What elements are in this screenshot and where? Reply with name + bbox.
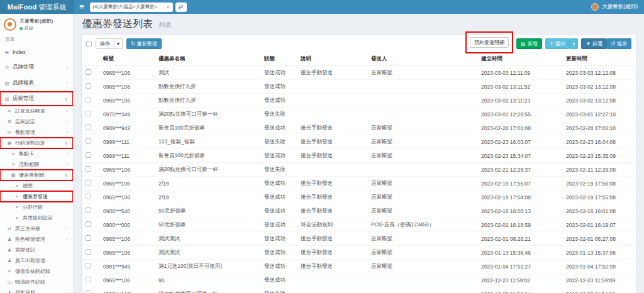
cell-note	[296, 163, 366, 177]
column-header-created-at: 建立時間	[476, 53, 561, 66]
sidebar-item-coupon-send[interactable]: ≡優惠券發送	[0, 191, 73, 202]
sidebar-item-orders-and-bills[interactable]: ≡訂單及結帳單‹	[0, 106, 73, 116]
sidebar-item-brand-reports[interactable]: ▤品牌報表‹	[0, 76, 73, 90]
cell-sender: 店家帳號	[366, 232, 476, 246]
row-checkbox[interactable]	[86, 207, 91, 213]
store-selector[interactable]: (4)大麥餐飲/八德店<大麥餐飲> ∨	[90, 3, 173, 12]
cell-updated-at: 2023-01-04 17:52:09	[561, 260, 636, 274]
table-row: 0999***111123_複製_複製發送失敗後台手動發送店家帳號2023-02…	[82, 135, 636, 149]
sidebar-item-index[interactable]: ⊞Index	[0, 46, 73, 58]
row-checkbox[interactable]	[86, 221, 91, 227]
list-icon: ≡	[14, 215, 20, 221]
page-title: 優惠券發送列表	[82, 18, 153, 29]
export-icon: ↥	[550, 41, 554, 47]
sidebar-item-store-management[interactable]: ▥店家管理∨	[0, 92, 73, 106]
row-checkbox[interactable]	[86, 290, 91, 293]
cell-note	[296, 108, 366, 121]
cell-account: 0965***106	[98, 191, 153, 204]
sidebar-item-segment-marketing[interactable]: ≡分群行銷	[0, 202, 73, 213]
row-checkbox[interactable]	[86, 180, 91, 185]
row-checkbox[interactable]	[86, 166, 91, 172]
sidebar-item-label: Index	[13, 49, 69, 55]
sidebar-item-logistics-records[interactable]: ▭物流收件紀錄	[0, 277, 73, 287]
row-checkbox[interactable]	[86, 111, 91, 116]
table-row: 0900***00050元折價券發送成功符合活動規則POS-店長（密碼12345…	[82, 218, 636, 232]
sidebar-item-third-party[interactable]: ⇄第三方串接‹	[0, 223, 73, 234]
row-checkbox[interactable]	[86, 277, 91, 282]
row-checkbox[interactable]	[86, 83, 91, 89]
scheduled-send-detail-button[interactable]: 預約發送明細	[470, 37, 509, 48]
action-button-group: 操作 ▾	[96, 38, 123, 49]
cell-status: 發送成功	[259, 232, 296, 246]
sidebar-item-label: 優惠券發送	[23, 193, 69, 200]
export-caret-button[interactable]: ▾	[569, 38, 578, 49]
cell-updated-at: 2023-02-23 15:35:09	[561, 149, 636, 163]
sidebar-toggle-icon[interactable]: ≡	[74, 0, 90, 14]
sidebar-item-label: 活動相關	[19, 161, 64, 168]
sidebar-item-overview[interactable]: ≡總覽	[0, 180, 73, 191]
cell-created-at: 2023-02-23 15:34:07	[476, 149, 561, 163]
reset-button[interactable]: ↺ 復原	[606, 38, 631, 49]
row-checkbox[interactable]	[86, 194, 91, 199]
cell-account: 0965***106	[98, 163, 153, 177]
sidebar-item-role-accounts[interactable]: ♟角色帳號管理‹	[0, 234, 73, 245]
cell-updated-at: 2023-02-01 08:27:08	[561, 232, 636, 246]
table-row: 0965***106點數兌換打九折發送成功2023-03-02 13:11:23…	[82, 94, 636, 108]
cell-sender	[366, 80, 476, 94]
chevron-left-icon: ‹	[66, 80, 68, 86]
user-menu[interactable]: 大麥餐飲(總部)	[591, 3, 644, 11]
row-checkbox[interactable]	[86, 138, 91, 144]
row-checkbox[interactable]	[86, 69, 91, 75]
sidebar-item-stored-value-records[interactable]: ≡儲值金核銷紀錄	[0, 266, 73, 277]
cell-sender: 店家帳號	[366, 149, 476, 163]
top-navbar: MaiFood 管理系統 ≡ (4)大麥餐飲/八德店<大麥餐飲> ∨ ⇄ 大麥餐…	[0, 0, 644, 14]
sidebar-item-points-card[interactable]: ≡集點卡‹	[0, 148, 73, 159]
cell-updated-at: 2023-02-19 17:55:08	[561, 191, 636, 204]
cell-account: 0965***106	[98, 287, 153, 293]
cell-sender: 店家帳號	[366, 177, 476, 191]
sidebar-item-staff-attendance[interactable]: ♟員工出勤管理	[0, 255, 73, 266]
row-checkbox[interactable]	[86, 235, 91, 241]
refresh-button[interactable]: ↻ 重新整理	[126, 38, 162, 49]
cell-account: 0965***106	[98, 80, 153, 94]
sidebar-item-meal-management[interactable]: Ψ餐點管理‹	[0, 127, 73, 138]
table-row: 0999***111新會員100元折價券發送成功後台手動發送店家帳號2023-0…	[82, 149, 636, 163]
column-header-coupon-name: 優惠券名稱	[153, 53, 259, 66]
cell-updated-at: 2023-03-02 13:12:09	[561, 80, 636, 94]
row-checkbox[interactable]	[86, 263, 91, 268]
sidebar-item-coupon-related[interactable]: ▦優惠券相關∨	[0, 170, 73, 180]
action-button[interactable]: 操作	[96, 38, 114, 49]
toolbar-right-group: 預約發送明細 ▤ 新增 ↥ 匯出 ▾	[465, 38, 631, 50]
sidebar-menu: ⊞Index©品牌管理‹▤品牌報表‹▥店家管理∨≡訂單及結帳單‹⚙店家設定‹Ψ餐…	[0, 46, 73, 293]
store-swap-button[interactable]: ⇄	[175, 3, 187, 12]
sidebar-item-activity-related[interactable]: ≡活動相關‹	[0, 159, 73, 170]
table-row: 0909***942新會員100元折價券發送成功後台手動發送店家帳號2023-0…	[82, 121, 636, 135]
table-row: 0965***1062/19發送成功後台手動發送店家帳號2023-02-19 1…	[82, 177, 636, 191]
row-checkbox[interactable]	[86, 124, 91, 130]
sidebar-item-marketing-settings[interactable]: ◉行銷活動設定∨	[0, 138, 73, 148]
truck-icon: ▭	[6, 279, 13, 285]
sidebar-item-customer-data[interactable]: ♟顧客資料‹	[0, 287, 73, 293]
cell-coupon-name: 50元折價券	[153, 204, 259, 218]
action-caret-button[interactable]: ▾	[114, 38, 123, 49]
row-checkbox[interactable]	[86, 97, 91, 102]
row-checkbox[interactable]	[86, 249, 91, 255]
cell-status: 發送失敗	[259, 108, 296, 121]
page-header: 優惠券發送列表 列表	[81, 14, 636, 34]
filter-button[interactable]: ▼ 篩選	[581, 38, 607, 49]
select-all-checkbox[interactable]	[86, 41, 92, 47]
add-button[interactable]: ▤ 新增	[516, 38, 542, 49]
chevron-down-icon: ▾	[572, 41, 575, 47]
sidebar-item-shared-rules[interactable]: ≡共用規則設定	[0, 213, 73, 223]
sidebar-item-brand-management[interactable]: ©品牌管理‹	[0, 60, 73, 74]
cell-note	[296, 287, 366, 293]
export-button[interactable]: ↥ 匯出	[545, 38, 570, 49]
cell-status: 發送成功	[259, 260, 296, 274]
sidebar-item-contact-registration[interactable]: ♟實聯登記	[0, 245, 73, 255]
column-header-note: 說明	[296, 53, 366, 66]
sidebar-item-store-settings[interactable]: ⚙店家設定‹	[0, 116, 73, 127]
cell-note: 後台手動發送	[296, 246, 366, 260]
sidebar-item-label: 角色帳號管理	[15, 236, 64, 243]
chevron-left-icon: ‹	[66, 236, 68, 242]
row-checkbox[interactable]	[86, 152, 91, 158]
